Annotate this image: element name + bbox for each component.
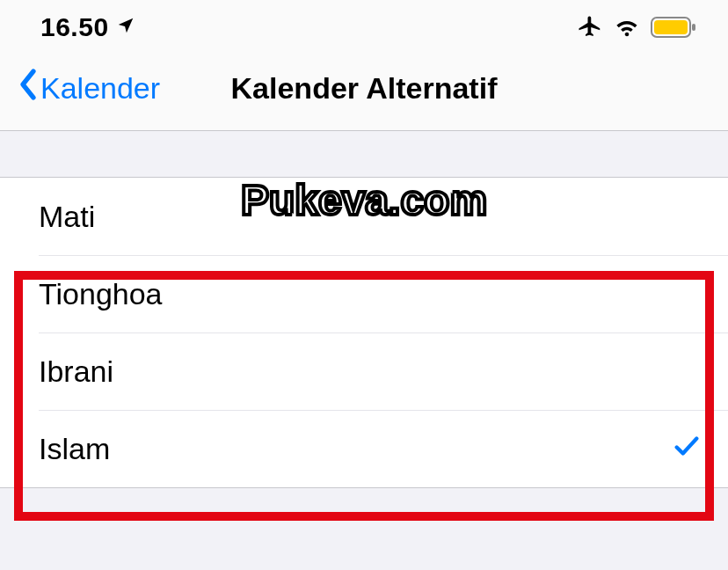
back-button[interactable]: Kalender xyxy=(18,69,160,107)
option-label: Mati xyxy=(39,200,95,234)
status-bar: 16.50 xyxy=(0,0,728,48)
status-bar-left: 16.50 xyxy=(40,12,135,42)
battery-icon xyxy=(651,17,696,38)
location-arrow-icon xyxy=(116,16,135,39)
svg-rect-1 xyxy=(692,24,695,31)
group-spacer xyxy=(0,131,728,177)
page-title: Kalender Alternatif xyxy=(231,71,498,106)
option-islamic[interactable]: Islam xyxy=(39,410,728,487)
option-label: Islam xyxy=(39,432,110,466)
status-time: 16.50 xyxy=(40,12,109,42)
checkmark-icon xyxy=(672,431,702,468)
calendar-options-list: Mati Tionghoa Ibrani Islam xyxy=(0,177,728,488)
option-label: Ibrani xyxy=(39,354,113,389)
back-label: Kalender xyxy=(40,71,160,106)
navigation-bar: Kalender Kalender Alternatif xyxy=(0,48,728,131)
option-hebrew[interactable]: Ibrani xyxy=(39,332,728,410)
airplane-icon xyxy=(577,14,603,40)
option-chinese[interactable]: Tionghoa xyxy=(39,255,728,332)
option-label: Tionghoa xyxy=(39,277,163,311)
chevron-left-icon xyxy=(18,69,39,107)
status-bar-right xyxy=(577,14,696,40)
wifi-icon xyxy=(614,17,640,38)
option-off[interactable]: Mati xyxy=(0,178,728,255)
svg-rect-2 xyxy=(654,20,688,34)
